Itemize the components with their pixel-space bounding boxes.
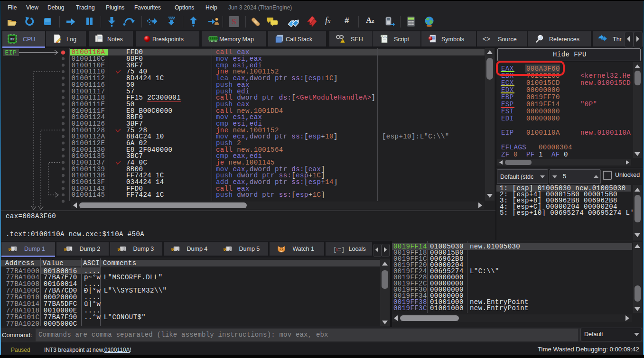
svg-text:!: ! (342, 39, 343, 43)
svg-text:=]: =] (338, 247, 345, 253)
svg-text:32: 32 (10, 37, 15, 41)
svg-text:<>: <> (383, 36, 387, 39)
svg-text:S: S (232, 17, 236, 26)
svg-text:EIP: EIP (5, 49, 17, 56)
svg-text:<>: <> (483, 35, 490, 43)
